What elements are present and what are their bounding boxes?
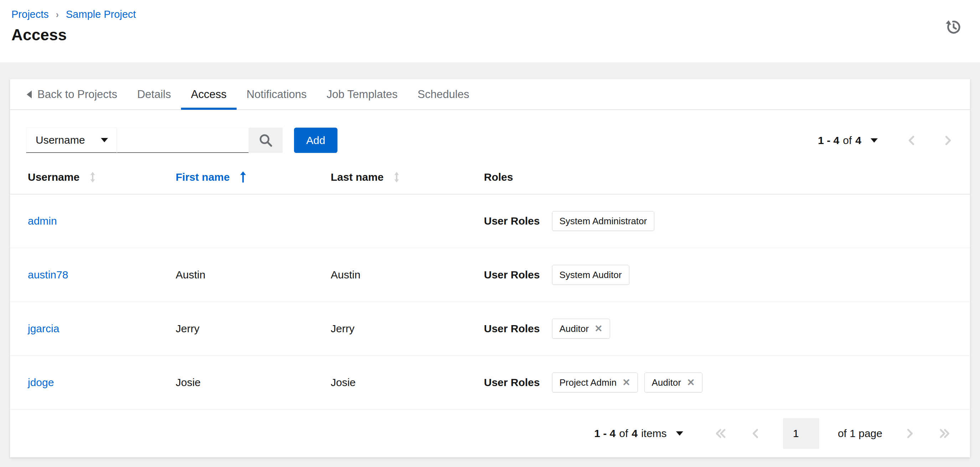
history-icon — [944, 18, 963, 37]
next-page-button[interactable] — [903, 427, 916, 440]
pagination-of-label: of — [843, 134, 852, 147]
sort-ascending-icon — [238, 171, 248, 184]
role-chip-label: Auditor — [652, 377, 681, 388]
table-row: jgarcia Jerry Jerry User Roles Auditor ✕ — [10, 302, 970, 356]
role-chip-label: Project Admin — [560, 377, 617, 388]
filter-key-dropdown[interactable]: Username — [26, 128, 117, 153]
next-page-button[interactable] — [941, 134, 954, 147]
user-roles-label: User Roles — [484, 215, 540, 227]
column-label: First name — [176, 171, 230, 183]
angle-left-icon — [749, 427, 762, 440]
role-chip-label: System Administrator — [560, 216, 647, 227]
caret-left-icon — [27, 91, 32, 99]
username-link[interactable]: admin — [28, 215, 57, 227]
username-link[interactable]: jdoge — [28, 376, 54, 388]
column-header-last-name[interactable]: Last name — [331, 171, 484, 183]
table-row: admin User Roles System Administrator — [10, 194, 970, 248]
role-chip: Auditor ✕ — [644, 373, 702, 392]
page-number-input[interactable] — [783, 418, 819, 449]
previous-page-button[interactable] — [749, 427, 762, 440]
table-row: austin78 Austin Austin User Roles System… — [10, 248, 970, 302]
user-roles-label: User Roles — [484, 376, 540, 389]
role-chip: Auditor ✕ — [552, 319, 610, 339]
remove-role-button[interactable]: ✕ — [687, 378, 695, 387]
angle-right-icon — [903, 427, 916, 440]
tab-label: Notifications — [247, 88, 307, 101]
tab-label: Schedules — [418, 88, 469, 101]
breadcrumb-projects-link[interactable]: Projects — [11, 8, 49, 20]
page-header: Projects › Sample Project Access — [0, 0, 980, 62]
role-chip-label: System Auditor — [560, 269, 622, 281]
search-button[interactable] — [249, 128, 283, 153]
items-total: 4 — [632, 427, 638, 440]
tab-access[interactable]: Access — [181, 79, 237, 110]
column-header-first-name[interactable]: First name — [176, 171, 331, 184]
last-name-cell: Josie — [331, 376, 484, 389]
column-header-roles: Roles — [484, 171, 970, 183]
roles-cell: User Roles System Administrator — [484, 211, 970, 231]
angle-right-icon — [941, 134, 954, 147]
tab-job-templates[interactable]: Job Templates — [317, 79, 408, 110]
tab-notifications[interactable]: Notifications — [237, 79, 317, 110]
tab-details[interactable]: Details — [127, 79, 181, 110]
sort-both-icon — [87, 171, 98, 183]
breadcrumb-separator-icon: › — [56, 8, 59, 20]
chevron-down-icon — [676, 431, 683, 436]
breadcrumb-sample-project-link[interactable]: Sample Project — [66, 8, 136, 20]
tab-back-to-projects[interactable]: Back to Projects — [27, 79, 127, 110]
role-chip: System Administrator — [552, 211, 655, 231]
column-label: Last name — [331, 171, 383, 183]
items-of-label: of — [619, 427, 628, 440]
tab-schedules[interactable]: Schedules — [408, 79, 479, 110]
user-roles-label: User Roles — [484, 269, 540, 281]
content-background: Back to Projects Details Access Notifica… — [0, 62, 980, 467]
access-panel: Back to Projects Details Access Notifica… — [10, 79, 970, 457]
tab-bar: Back to Projects Details Access Notifica… — [10, 79, 970, 110]
tab-label: Access — [191, 88, 227, 101]
username-cell: jgarcia — [28, 323, 176, 335]
roles-cell: User Roles Auditor ✕ — [484, 319, 970, 339]
search-icon — [258, 132, 274, 148]
page-count-label: of 1 page — [838, 427, 882, 440]
items-per-page-dropdown[interactable]: 1 - 4 of 4 items — [592, 427, 689, 440]
page: Projects › Sample Project Access Back to… — [0, 0, 980, 467]
first-name-cell: Jerry — [176, 323, 331, 335]
table-row: jdoge Josie Josie User Roles Project Adm… — [10, 356, 970, 410]
pagination-range: 1 - 4 — [818, 134, 839, 147]
items-range: 1 - 4 — [594, 427, 616, 440]
search-input[interactable] — [117, 128, 249, 153]
column-header-username[interactable]: Username — [28, 171, 176, 183]
page-title: Access — [11, 26, 980, 44]
last-name-cell: Austin — [331, 269, 484, 281]
angle-left-icon — [905, 134, 918, 147]
angle-double-right-icon — [937, 427, 952, 440]
activity-history-button[interactable] — [944, 18, 963, 37]
chevron-down-icon — [101, 138, 108, 142]
toolbar: Username Add 1 - 4 of 4 — [10, 110, 970, 160]
first-name-cell: Josie — [176, 376, 331, 389]
username-link[interactable]: austin78 — [28, 269, 68, 281]
tab-label: Details — [137, 88, 171, 101]
username-cell: austin78 — [28, 269, 176, 281]
pagination-total: 4 — [855, 134, 861, 147]
tab-label: Back to Projects — [37, 88, 117, 101]
username-cell: admin — [28, 215, 176, 227]
remove-role-button[interactable]: ✕ — [594, 324, 603, 334]
roles-cell: User Roles Project Admin ✕ Auditor ✕ — [484, 373, 970, 392]
role-chip: System Auditor — [552, 265, 629, 285]
user-roles-label: User Roles — [484, 323, 540, 335]
last-name-cell: Jerry — [331, 323, 484, 335]
add-button[interactable]: Add — [294, 128, 337, 153]
top-pagination: 1 - 4 of 4 — [816, 134, 954, 147]
column-label: Username — [28, 171, 80, 183]
pagination-range-dropdown[interactable]: 1 - 4 of 4 — [816, 134, 883, 147]
last-page-button[interactable] — [937, 427, 952, 440]
column-label: Roles — [484, 171, 513, 183]
first-page-button[interactable] — [713, 427, 729, 440]
username-link[interactable]: jgarcia — [28, 323, 59, 335]
chevron-down-icon — [870, 138, 878, 143]
table-header-row: Username First name Last name — [10, 160, 970, 194]
first-name-cell: Austin — [176, 269, 331, 281]
remove-role-button[interactable]: ✕ — [622, 378, 630, 387]
prev-page-button[interactable] — [905, 134, 918, 147]
